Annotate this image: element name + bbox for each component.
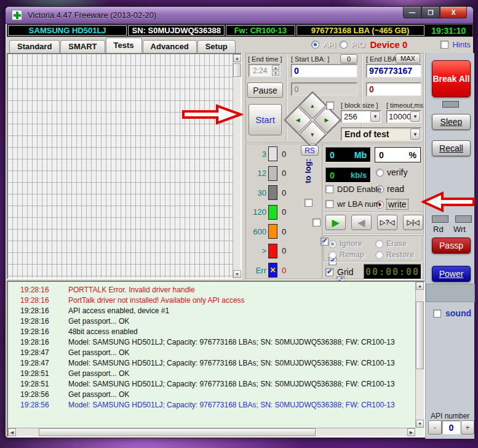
start-lba-zero-button[interactable]: 0	[340, 54, 357, 63]
start-lba-input2: 0	[291, 82, 357, 96]
speed-count: 0	[282, 266, 286, 275]
api-radio[interactable]	[311, 41, 319, 49]
seek-end-button[interactable]: ▷|◁	[403, 215, 423, 230]
close-button[interactable]: X	[440, 7, 467, 18]
tab-standard[interactable]: Standard	[9, 40, 60, 53]
wrt-indicator	[455, 215, 472, 223]
erase-radio[interactable]	[375, 240, 383, 248]
log-hscrollbar[interactable]: ◀ ▶	[8, 428, 415, 436]
to-log-checkbox-30[interactable]	[305, 199, 313, 207]
end-action-select[interactable]: End of test ▼	[341, 127, 421, 141]
log-message: Get passport... OK	[68, 348, 129, 357]
up-arrow-icon: ▲	[310, 103, 316, 109]
left-arrow-icon: ◀	[296, 117, 300, 123]
spin-up-icon[interactable]: ▲	[272, 65, 279, 70]
spin-down-icon[interactable]: ▼	[272, 71, 279, 76]
passp-button[interactable]: Passp	[432, 238, 471, 254]
end-lba-input[interactable]: 976773167	[366, 64, 421, 78]
block-size-select[interactable]: 256 ▼	[341, 110, 381, 123]
speed-row->: >0	[247, 244, 286, 258]
drive-model: SAMSUNG HD501LJ	[8, 25, 127, 36]
grid-label: Grid	[337, 267, 353, 277]
play-button[interactable]: ▶	[325, 215, 346, 230]
tab-tests[interactable]: Tests	[106, 38, 142, 53]
loop-checkbox[interactable]	[326, 102, 334, 110]
grid-scrollbar[interactable]: ▲ ▼	[233, 54, 241, 278]
tab-setup[interactable]: Setup	[197, 40, 236, 53]
percent-unit: %	[409, 150, 416, 160]
log-vscroll-thumb[interactable]	[416, 302, 424, 369]
end-time-spinner[interactable]: 2:24 ▲ ▼	[249, 64, 281, 77]
speed-label: 30	[247, 188, 266, 198]
speed-display: 0 kb/s	[325, 167, 371, 183]
drive-info-bar: SAMSUNG HD501LJ SN: S0MUJDWQ536388 Fw: C…	[7, 24, 473, 37]
log-entry: 19:28:16PORTTALK Error. Invalid driver h…	[8, 284, 415, 295]
log-vscrollbar[interactable]: ▲ ▼	[415, 282, 424, 428]
back-button[interactable]: ◀	[351, 215, 372, 230]
chevron-down-icon[interactable]: ▼	[410, 111, 420, 122]
wr-lba-checkbox[interactable]	[325, 200, 333, 208]
log-time: 19:28:16	[20, 286, 55, 294]
ignore-radio[interactable]	[329, 240, 337, 248]
power-label: Power	[439, 269, 464, 279]
scan-grid	[8, 54, 233, 278]
grid-checkbox[interactable]	[325, 268, 333, 276]
log-entry: 19:28:16API access enabled, device #1	[8, 305, 415, 316]
start-lba-input[interactable]: 0	[291, 64, 357, 78]
wrt-label: Wrt	[453, 225, 466, 234]
tab-advanced[interactable]: Advanced	[143, 40, 197, 53]
verify-radio[interactable]	[376, 169, 384, 177]
log-list: 19:28:16PORTTALK Error. Invalid driver h…	[8, 282, 415, 428]
log-time: 19:28:16	[20, 327, 55, 336]
api-plus-button[interactable]: +	[461, 420, 474, 434]
defect-action-group: Ignore Remap Erase Restore	[323, 235, 423, 262]
speed-color-block	[268, 166, 277, 181]
scroll-left-icon[interactable]: ◀	[8, 428, 16, 436]
rs-button[interactable]: RS	[301, 145, 319, 156]
chevron-down-icon[interactable]: ▼	[410, 129, 420, 140]
sound-checkbox[interactable]	[433, 310, 441, 318]
speed-count: 0	[282, 169, 286, 178]
chevron-down-icon[interactable]: ▼	[370, 111, 380, 122]
scroll-right-icon[interactable]: ▶	[407, 428, 415, 436]
timeout-select[interactable]: 10000 ▼	[386, 110, 421, 123]
elapsed-timer: 00:00:00	[364, 264, 421, 279]
scroll-down-icon[interactable]: ▼	[416, 420, 424, 428]
scroll-up-icon[interactable]: ▲	[416, 282, 424, 290]
sleep-button[interactable]: Sleep	[432, 114, 471, 130]
restore-radio[interactable]	[375, 251, 383, 259]
pio-label: PIO	[351, 40, 365, 49]
tab-smart[interactable]: SMART	[60, 40, 105, 53]
log-time: 19:28:16	[20, 317, 55, 326]
scroll-up-icon[interactable]: ▲	[233, 54, 241, 62]
api-minus-button[interactable]: -	[428, 420, 442, 434]
kbs-unit: kb/s	[351, 170, 367, 180]
speed-label: >	[247, 246, 266, 255]
to-log-checkbox-120[interactable]	[313, 218, 321, 226]
power-button[interactable]: Power	[432, 266, 471, 282]
title-bar[interactable]: Victoria 4.47 Freeware (2013-02-20) — ❐ …	[6, 7, 473, 24]
ddd-enable-checkbox[interactable]	[325, 185, 333, 193]
end-lba-input2[interactable]: 0	[366, 82, 421, 96]
busy-indicator	[442, 101, 459, 108]
hints-checkbox[interactable]	[440, 41, 448, 49]
recall-button[interactable]: Recall	[432, 140, 471, 156]
minimize-button[interactable]: —	[403, 7, 421, 18]
scroll-down-icon[interactable]: ▼	[233, 270, 241, 278]
media-buttons: ▶◀▷?◁▷|◁	[325, 215, 423, 230]
log-hscroll-thumb[interactable]	[39, 428, 316, 436]
grid-scroll-thumb[interactable]	[233, 63, 241, 77]
speed-row-30: 300	[247, 185, 286, 200]
log-time: 19:28:47	[20, 359, 55, 367]
sleep-label: Sleep	[440, 117, 463, 127]
pause-button[interactable]: Pause	[247, 82, 283, 98]
timeout-label: [ timeout,ms ]	[386, 102, 427, 109]
seek-question-button[interactable]: ▷?◁	[377, 215, 397, 230]
hints-label: Hints	[452, 40, 471, 49]
start-button[interactable]: Start	[249, 104, 282, 135]
end-lba-max-button[interactable]: MAX	[396, 54, 420, 63]
pio-radio[interactable]	[340, 41, 348, 49]
maximize-button[interactable]: ❐	[421, 7, 440, 18]
break-all-button[interactable]: Break All	[432, 60, 471, 97]
remap-radio[interactable]	[329, 251, 337, 259]
